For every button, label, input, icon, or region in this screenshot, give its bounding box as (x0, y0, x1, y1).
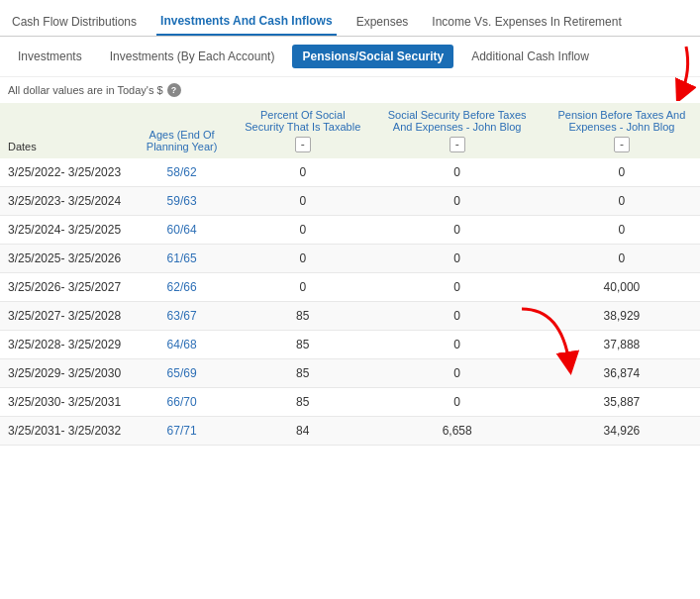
cell-dates: 3/25/2023- 3/25/2024 (0, 187, 129, 216)
cell-pct-social-sec: 0 (235, 245, 370, 273)
top-nav-income-vs-expenses[interactable]: Income Vs. Expenses In Retirement (428, 9, 625, 35)
cell-dates: 3/25/2031- 3/25/2032 (0, 417, 129, 446)
cell-pct-social-sec: 0 (235, 158, 370, 187)
table-row: 3/25/2026- 3/25/202762/660040,000 (0, 273, 700, 302)
cell-dates: 3/25/2026- 3/25/2027 (0, 273, 129, 302)
cell-social-sec: 0 (370, 187, 543, 216)
cell-social-sec: 0 (370, 273, 543, 302)
table-row: 3/25/2028- 3/25/202964/6885037,888 (0, 331, 700, 359)
cell-social-sec: 0 (370, 245, 543, 273)
cell-dates: 3/25/2030- 3/25/2031 (0, 388, 129, 417)
cell-ages: 66/70 (129, 388, 235, 417)
data-table: Dates Ages (End Of Planning Year) Percen… (0, 103, 700, 446)
sub-nav-investments[interactable]: Investments (8, 45, 92, 68)
cell-social-sec: 0 (370, 158, 543, 187)
table-row: 3/25/2029- 3/25/203065/6985036,874 (0, 359, 700, 388)
cell-pct-social-sec: 85 (235, 302, 370, 331)
table-row: 3/25/2030- 3/25/203166/7085035,887 (0, 388, 700, 417)
top-nav-investments[interactable]: Investments And Cash Inflows (156, 8, 337, 36)
dollar-note-text: All dollar values are in Today's $ (8, 84, 163, 96)
cell-pension: 0 (544, 216, 700, 245)
cell-ages: 60/64 (129, 216, 235, 245)
table-wrapper: Dates Ages (End Of Planning Year) Percen… (0, 103, 700, 446)
top-nav: Cash Flow Distributions Investments And … (0, 0, 700, 37)
cell-dates: 3/25/2024- 3/25/2025 (0, 216, 129, 245)
cell-pension: 0 (544, 158, 700, 187)
table-row: 3/25/2024- 3/25/202560/64000 (0, 216, 700, 245)
minus-pct-social-sec[interactable]: - (295, 137, 311, 152)
col-header-pct-social-sec: Percent Of Social Security That Is Taxab… (235, 103, 370, 158)
cell-pct-social-sec: 85 (235, 331, 370, 359)
help-icon[interactable]: ? (167, 83, 181, 97)
cell-social-sec: 0 (370, 216, 543, 245)
minus-pension[interactable]: - (614, 137, 630, 152)
minus-social-sec[interactable]: - (450, 137, 465, 152)
cell-dates: 3/25/2029- 3/25/2030 (0, 359, 129, 388)
red-arrow-top (637, 42, 696, 101)
table-header-row: Dates Ages (End Of Planning Year) Percen… (0, 103, 700, 158)
cell-pct-social-sec: 0 (235, 216, 370, 245)
cell-pct-social-sec: 0 (235, 187, 370, 216)
col-header-ages: Ages (End Of Planning Year) (129, 103, 235, 158)
cell-pct-social-sec: 85 (235, 388, 370, 417)
cell-pct-social-sec: 84 (235, 417, 370, 446)
cell-dates: 3/25/2025- 3/25/2026 (0, 245, 129, 273)
table-row: 3/25/2022- 3/25/202358/62000 (0, 158, 700, 187)
cell-pct-social-sec: 0 (235, 273, 370, 302)
table-row: 3/25/2023- 3/25/202459/63000 (0, 187, 700, 216)
cell-social-sec: 0 (370, 388, 543, 417)
sub-nav: Investments Investments (By Each Account… (0, 37, 700, 77)
cell-pension: 34,926 (544, 417, 700, 446)
cell-ages: 58/62 (129, 158, 235, 187)
col-header-dates: Dates (0, 103, 129, 158)
cell-pct-social-sec: 85 (235, 359, 370, 388)
table-row: 3/25/2031- 3/25/203267/71846,65834,926 (0, 417, 700, 446)
cell-ages: 59/63 (129, 187, 235, 216)
top-nav-expenses[interactable]: Expenses (352, 9, 413, 35)
red-arrow-row (502, 299, 581, 378)
sub-nav-additional-cash[interactable]: Additional Cash Inflow (461, 45, 599, 68)
cell-ages: 61/65 (129, 245, 235, 273)
col-header-social-sec: Social Security Before Taxes And Expense… (370, 103, 543, 158)
cell-ages: 64/68 (129, 331, 235, 359)
sub-nav-pensions[interactable]: Pensions/Social Security (292, 45, 453, 68)
dollar-note-row: All dollar values are in Today's $ ? (0, 77, 700, 103)
cell-ages: 65/69 (129, 359, 235, 388)
cell-pension: 0 (544, 245, 700, 273)
cell-dates: 3/25/2028- 3/25/2029 (0, 331, 129, 359)
cell-social-sec: 6,658 (370, 417, 543, 446)
table-row: 3/25/2027- 3/25/202863/6785038,929 (0, 302, 700, 331)
cell-dates: 3/25/2027- 3/25/2028 (0, 302, 129, 331)
cell-ages: 62/66 (129, 273, 235, 302)
top-nav-cash-flow[interactable]: Cash Flow Distributions (8, 9, 141, 35)
cell-pension: 0 (544, 187, 700, 216)
content-area: Cash Flow Distributions Investments And … (0, 0, 700, 446)
cell-ages: 63/67 (129, 302, 235, 331)
cell-ages: 67/71 (129, 417, 235, 446)
table-row: 3/25/2025- 3/25/202661/65000 (0, 245, 700, 273)
cell-pension: 35,887 (544, 388, 700, 417)
cell-dates: 3/25/2022- 3/25/2023 (0, 158, 129, 187)
sub-nav-investments-by-account[interactable]: Investments (By Each Account) (100, 45, 285, 68)
table-body: 3/25/2022- 3/25/202358/620003/25/2023- 3… (0, 158, 700, 446)
col-header-pension: Pension Before Taxes And Expenses - John… (544, 103, 700, 158)
cell-pension: 40,000 (544, 273, 700, 302)
